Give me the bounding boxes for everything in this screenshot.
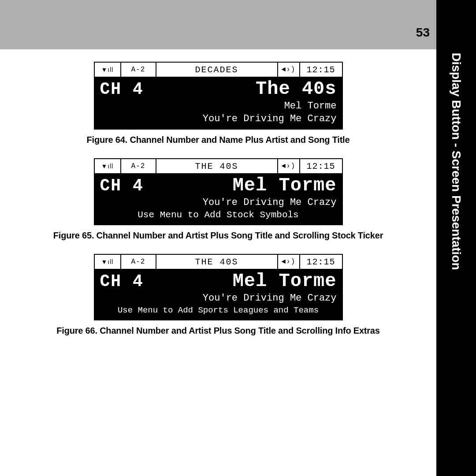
figure-caption-65: Figure 65. Channel Number and Artist Plu…: [35, 230, 401, 242]
main-row: CH 4 Mel Torme: [95, 173, 342, 196]
song-line: You're Driving Me Crazy: [95, 112, 342, 129]
preset-label: A-2: [121, 63, 156, 77]
category-label: DECADES: [156, 63, 278, 77]
channel-number: CH 4: [100, 80, 144, 99]
channel-number: CH 4: [100, 272, 144, 291]
category-label: THE 40S: [156, 255, 278, 269]
figure-caption-64: Figure 64. Channel Number and Name Plus …: [35, 134, 401, 146]
page-number: 53: [416, 26, 430, 40]
radio-display-fig64: ▼ıll A-2 DECADES ◄›) 12:15 CH 4 The 40s …: [94, 62, 343, 130]
time-label: 12:15: [300, 159, 342, 173]
ticker-line: Use Menu to Add Sports Leagues and Teams: [95, 305, 342, 320]
song-line: You're Driving Me Crazy: [95, 196, 342, 209]
status-bar: ▼ıll A-2 THE 40S ◄›) 12:15: [95, 255, 342, 269]
speaker-icon: ◄›): [278, 255, 300, 269]
speaker-icon: ◄›): [278, 63, 300, 77]
preset-label: A-2: [121, 159, 156, 173]
figure-caption-66: Figure 66. Channel Number and Artist Plu…: [35, 325, 401, 337]
category-label: THE 40S: [156, 159, 278, 173]
status-bar: ▼ıll A-2 THE 40S ◄›) 12:15: [95, 159, 342, 173]
header-bar: [0, 0, 436, 49]
time-label: 12:15: [300, 63, 342, 77]
side-tab-title: Display Button - Screen Presentation: [449, 52, 463, 270]
radio-display-fig65: ▼ıll A-2 THE 40S ◄›) 12:15 CH 4 Mel Torm…: [94, 158, 343, 225]
radio-display-fig66: ▼ıll A-2 THE 40S ◄›) 12:15 CH 4 Mel Torm…: [94, 254, 343, 320]
artist-name: Mel Torme: [233, 175, 337, 196]
artist-name: Mel Torme: [233, 271, 337, 292]
signal-icon: ▼ıll: [95, 159, 121, 173]
channel-number: CH 4: [100, 176, 144, 195]
time-label: 12:15: [300, 255, 342, 269]
ticker-line: Use Menu to Add Stock Symbols: [95, 209, 342, 224]
side-tab: Display Button - Screen Presentation: [436, 0, 476, 476]
signal-icon: ▼ıll: [95, 255, 121, 269]
preset-label: A-2: [121, 255, 156, 269]
speaker-icon: ◄›): [278, 159, 300, 173]
song-line: You're Driving Me Crazy: [95, 292, 342, 305]
status-bar: ▼ıll A-2 DECADES ◄›) 12:15: [95, 63, 342, 77]
artist-line: Mel Torme: [95, 100, 342, 112]
main-row: CH 4 The 40s: [95, 77, 342, 100]
page: 53 Display Button - Screen Presentation …: [0, 0, 476, 476]
content-area: ▼ıll A-2 DECADES ◄›) 12:15 CH 4 The 40s …: [0, 49, 436, 349]
main-row: CH 4 Mel Torme: [95, 269, 342, 292]
signal-icon: ▼ıll: [95, 63, 121, 77]
channel-name: The 40s: [256, 78, 336, 100]
